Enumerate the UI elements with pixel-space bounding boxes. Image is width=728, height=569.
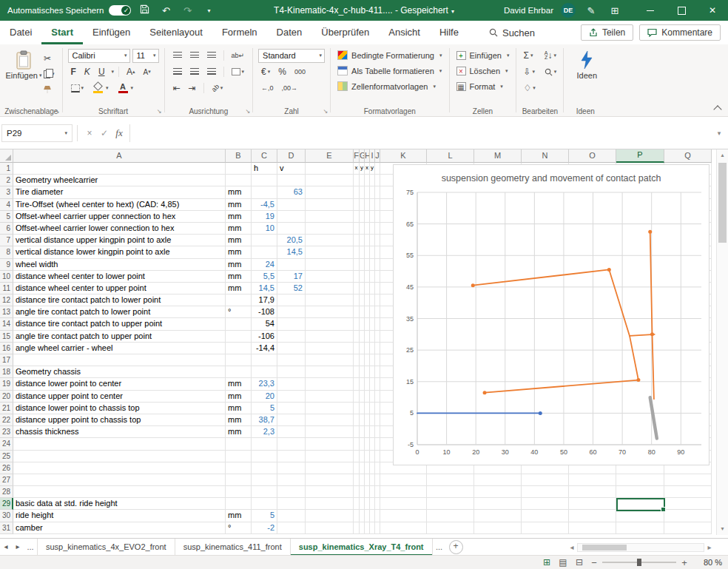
tab-formeln[interactable]: Formeln [212,21,267,44]
col-header-M[interactable]: M [474,149,522,163]
user-avatar[interactable]: DE [561,3,576,18]
cell-I8[interactable] [370,246,375,258]
cell-E31[interactable] [306,522,354,534]
cell-I3[interactable] [370,186,375,198]
cell-G17[interactable] [360,354,365,366]
col-header-I[interactable]: I [370,149,375,163]
cell-A16[interactable]: angle wheel carrier - wheel [13,343,226,354]
align-bottom-button[interactable] [204,51,219,60]
col-header-J[interactable]: J [375,149,380,163]
cell-F17[interactable] [354,354,360,366]
cell-F2[interactable] [354,175,360,186]
col-header-A[interactable]: A [13,149,226,163]
cell-C22[interactable]: 38,7 [252,414,277,426]
quick-access-chevron-icon[interactable]: ▾ [200,7,217,14]
cell-O30[interactable] [569,510,616,522]
cell-G7[interactable] [360,235,365,246]
cell-H20[interactable] [365,391,370,403]
cell-E1[interactable] [306,163,354,175]
cell-E16[interactable] [306,343,354,354]
cell-G19[interactable] [360,378,365,390]
cell-I21[interactable] [370,403,375,414]
decrease-decimal-button[interactable]: ,00→ [279,84,301,92]
cell-I7[interactable] [370,235,375,246]
cell-C28[interactable] [252,486,277,498]
cell-J19[interactable] [375,378,380,390]
clear-button[interactable]: ♢▾ [522,83,536,93]
cell-I5[interactable] [370,211,375,223]
cell-E15[interactable] [306,331,354,343]
cell-F13[interactable] [354,306,360,318]
cell-E4[interactable] [306,199,354,211]
cell-B5[interactable]: mm [226,211,252,223]
row-header-3[interactable]: 3 [0,186,13,198]
col-header-N[interactable]: N [522,149,569,163]
cell-I10[interactable] [370,271,375,283]
cell-G13[interactable] [360,306,365,318]
sheet-tab-evo2-front[interactable]: susp_kinematics_4x_EVO2_front [37,539,175,556]
wrap-text-button[interactable]: ab↵ [229,51,248,60]
cell-I29[interactable] [370,498,375,510]
cell-G20[interactable] [360,391,365,403]
autosum-button[interactable]: Σ▾ [522,50,536,61]
cell-J3[interactable] [375,186,380,198]
insert-function-icon[interactable]: fx [112,127,127,139]
cell-A17[interactable] [13,354,226,366]
cell-I12[interactable] [370,294,375,306]
clipboard-dialog-launcher-icon[interactable]: ↘ [55,108,60,115]
cell-F24[interactable] [354,438,360,450]
cell-H14[interactable] [365,318,370,330]
cell-B11[interactable]: mm [226,283,252,294]
cell-D1[interactable]: v [277,163,306,175]
row-header-14[interactable]: 14 [0,318,13,330]
fill-button[interactable]: ⇩▾ [522,67,536,77]
cell-F15[interactable] [354,331,360,343]
align-left-button[interactable] [170,67,185,76]
cell-K29[interactable] [380,498,427,510]
cell-E11[interactable] [306,283,354,294]
cell-H3[interactable] [365,186,370,198]
tab-start[interactable]: Start [41,21,83,44]
cell-B18[interactable] [226,366,252,378]
cell-B21[interactable]: mm [226,403,252,414]
cell-I20[interactable] [370,391,375,403]
cell-F23[interactable] [354,426,360,438]
cell-A9[interactable]: wheel width [13,259,226,271]
formula-input[interactable] [129,124,710,142]
cell-H17[interactable] [365,354,370,366]
cell-C1[interactable]: h [252,163,277,175]
cell-J7[interactable] [375,235,380,246]
cell-H4[interactable] [365,199,370,211]
cell-N27[interactable] [522,474,569,486]
cell-L30[interactable] [427,510,474,522]
cell-B27[interactable] [226,474,252,486]
cell-F28[interactable] [354,486,360,498]
zoom-level[interactable]: 80 % [691,558,722,567]
share-button[interactable]: Teilen [581,24,633,41]
cell-A11[interactable]: distance wheel center to upper point [13,283,226,294]
selected-cell-outline[interactable] [616,498,665,511]
cell-E26[interactable] [306,462,354,474]
cell-C24[interactable] [252,438,277,450]
cell-I17[interactable] [370,354,375,366]
cell-C13[interactable]: -108 [252,306,277,318]
cell-A27[interactable] [13,474,226,486]
cell-H21[interactable] [365,403,370,414]
cell-C3[interactable] [252,186,277,198]
cell-C17[interactable] [252,354,277,366]
col-header-H[interactable]: H [365,149,370,163]
cell-H25[interactable] [365,451,370,462]
cell-A30[interactable]: ride height [13,510,226,522]
cell-D9[interactable] [277,259,306,271]
cell-L29[interactable] [427,498,474,510]
orientation-button[interactable]: ab▾ [209,84,226,92]
cell-J5[interactable] [375,211,380,223]
cell-J4[interactable] [375,199,380,211]
cell-N30[interactable] [522,510,569,522]
row-header-2[interactable]: 2 [0,175,13,186]
col-header-B[interactable]: B [226,149,252,163]
row-header-6[interactable]: 6 [0,223,13,235]
cell-H18[interactable] [365,366,370,378]
cell-D26[interactable] [277,462,306,474]
cell-F22[interactable] [354,414,360,426]
